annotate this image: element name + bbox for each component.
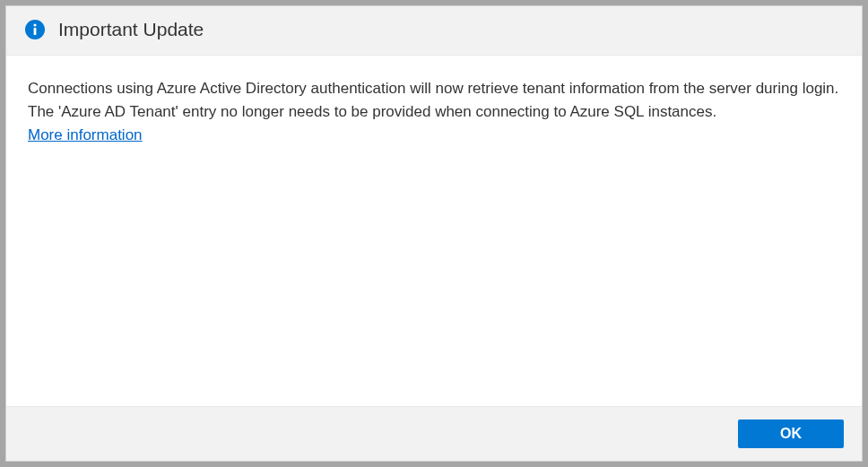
info-icon bbox=[24, 19, 46, 40]
ok-button[interactable]: OK bbox=[738, 419, 844, 448]
svg-rect-1 bbox=[34, 28, 37, 35]
dialog-footer: OK bbox=[6, 406, 862, 461]
dialog-message: Connections using Azure Active Directory… bbox=[28, 77, 840, 125]
more-information-link[interactable]: More information bbox=[28, 126, 143, 144]
update-dialog: Important Update Connections using Azure… bbox=[5, 5, 863, 462]
dialog-header: Important Update bbox=[6, 6, 862, 56]
svg-point-2 bbox=[33, 23, 36, 26]
dialog-body: Connections using Azure Active Directory… bbox=[6, 56, 862, 406]
dialog-title: Important Update bbox=[58, 19, 204, 40]
